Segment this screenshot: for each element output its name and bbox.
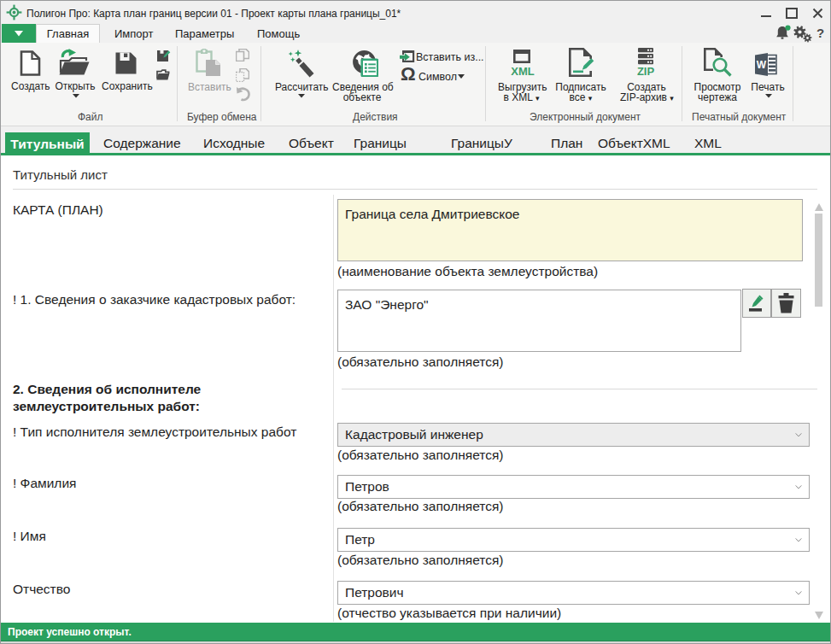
svg-text:W: W	[757, 59, 767, 71]
